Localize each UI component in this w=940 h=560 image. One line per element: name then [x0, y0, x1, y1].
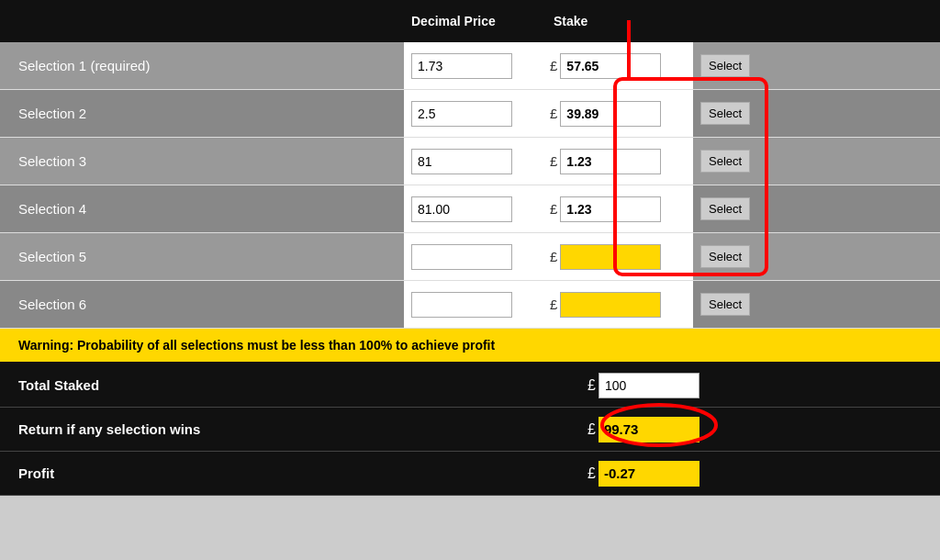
stake-cell: £	[546, 149, 693, 174]
decimal-cell	[404, 53, 546, 79]
row-label: Selection 6	[0, 281, 404, 328]
row-label: Selection 3	[0, 138, 404, 185]
summary-pound: £	[588, 421, 596, 438]
stake-input[interactable]	[560, 149, 661, 174]
row-label: Selection 4	[0, 185, 404, 232]
select-button[interactable]: Select	[700, 245, 750, 268]
summary-row: Return if any selection wins £	[0, 408, 940, 452]
table-header: Decimal Price Stake	[0, 0, 940, 42]
stake-input[interactable]	[560, 53, 661, 79]
summary-label: Profit	[0, 465, 588, 481]
pound-sign: £	[550, 201, 557, 217]
select-cell: Select	[693, 90, 940, 137]
decimal-cell	[404, 244, 546, 270]
select-cell: Select	[693, 138, 940, 185]
select-cell: Select	[693, 185, 940, 232]
decimal-input[interactable]	[411, 244, 512, 270]
summary-value: £	[588, 373, 940, 398]
table-row: Selection 3 £ Select	[0, 138, 940, 185]
stake-cell: £	[546, 292, 693, 318]
pound-sign: £	[550, 58, 557, 73]
summary-label: Return if any selection wins	[0, 421, 588, 437]
decimal-cell	[404, 292, 546, 318]
table-row: Selection 1 (required) £ Select	[0, 42, 940, 90]
summary-pound: £	[588, 465, 596, 482]
stake-input[interactable]	[560, 196, 661, 222]
summary-value: £	[588, 417, 940, 442]
select-button[interactable]: Select	[700, 197, 750, 220]
table-row: Selection 4 £ Select	[0, 185, 940, 233]
decimal-cell	[404, 196, 546, 222]
table-row: Selection 6 £ Select	[0, 281, 940, 329]
decimal-input[interactable]	[411, 196, 512, 222]
summary-section: Total Staked £ Return if any selection w…	[0, 364, 940, 496]
select-cell: Select	[693, 281, 940, 328]
decimal-input[interactable]	[411, 101, 512, 127]
summary-input[interactable]	[599, 461, 699, 487]
table-row: Selection 2 £ Select	[0, 90, 940, 138]
select-cell: Select	[693, 233, 940, 280]
decimal-input[interactable]	[411, 292, 512, 318]
pound-sign: £	[550, 153, 557, 169]
summary-label: Total Staked	[0, 377, 588, 393]
summary-row: Total Staked £	[0, 364, 940, 408]
summary-pound: £	[588, 377, 596, 394]
table-row: Selection 5 £ Select	[0, 233, 940, 281]
table-body: Selection 1 (required) £ Select Selectio…	[0, 42, 940, 329]
decimal-input[interactable]	[411, 53, 512, 79]
stake-input[interactable]	[560, 101, 661, 127]
row-label: Selection 1 (required)	[0, 42, 404, 89]
header-decimal-col: Decimal Price	[404, 14, 546, 28]
summary-value: £	[588, 461, 940, 487]
row-label: Selection 2	[0, 90, 404, 137]
select-cell: Select	[693, 42, 940, 89]
decimal-cell	[404, 101, 546, 127]
stake-cell: £	[546, 196, 693, 222]
summary-input[interactable]	[599, 417, 699, 442]
stake-input[interactable]	[560, 292, 661, 318]
header-stake-col: Stake	[546, 14, 693, 28]
select-button[interactable]: Select	[700, 54, 750, 77]
select-button[interactable]: Select	[700, 150, 750, 173]
stake-cell: £	[546, 101, 693, 127]
pound-sign: £	[550, 106, 557, 121]
pound-sign: £	[550, 297, 557, 312]
summary-input[interactable]	[599, 373, 699, 398]
select-button[interactable]: Select	[700, 293, 750, 316]
stake-cell: £	[546, 244, 693, 270]
pound-sign: £	[550, 249, 557, 264]
decimal-cell	[404, 149, 546, 174]
stake-input[interactable]	[560, 244, 661, 270]
row-label: Selection 5	[0, 233, 404, 280]
summary-row: Profit £	[0, 452, 940, 496]
select-button[interactable]: Select	[700, 102, 750, 125]
stake-cell: £	[546, 53, 693, 79]
warning-message: Warning: Probability of all selections m…	[0, 329, 940, 364]
decimal-input[interactable]	[411, 149, 512, 174]
